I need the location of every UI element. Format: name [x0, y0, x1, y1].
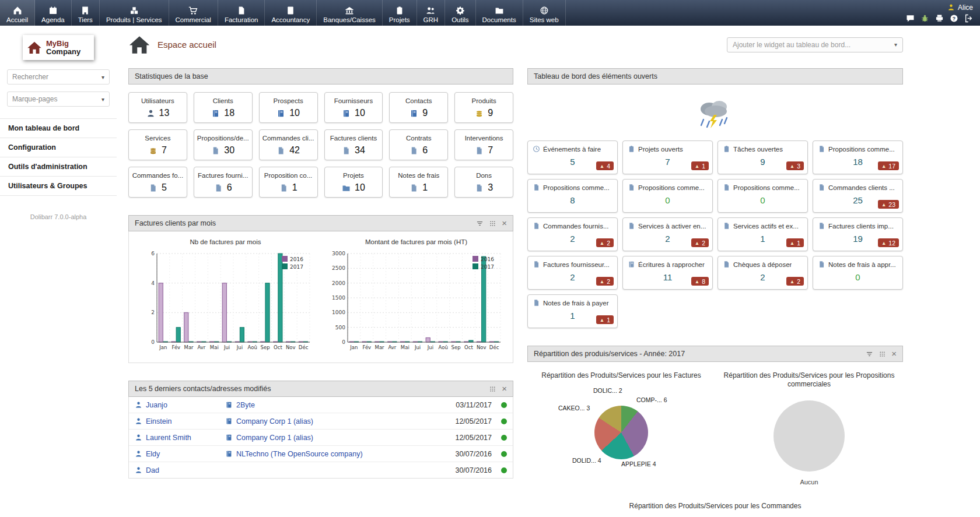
open-count[interactable]: 0 — [723, 195, 803, 205]
contact-name-link[interactable]: Eldy — [146, 450, 160, 458]
dashboard-card-services-actifs-et-ex-10[interactable]: Services actifs et ex...1▲1 — [718, 217, 808, 251]
nav-tab-commercial[interactable]: Commercial — [169, 0, 218, 26]
dashboard-card-notes-de-frais-a-payer-16[interactable]: Notes de frais à payer1▲1 — [527, 294, 618, 328]
logged-user[interactable]: Alice — [947, 3, 973, 12]
nav-tab-grh[interactable]: GRH — [417, 0, 446, 26]
bank-icon — [345, 6, 354, 15]
nav-tab-tiers[interactable]: Tiers — [72, 0, 100, 26]
stat-box-utilisateurs[interactable]: Utilisateurs13 — [128, 92, 187, 123]
contact-company-link[interactable]: Company Corp 1 (alias) — [236, 434, 313, 442]
contact-name-link[interactable]: Dad — [146, 466, 159, 474]
person-icon — [135, 417, 142, 425]
logged-user-name: Alice — [958, 3, 973, 12]
dashboard-card-propositions-comme-3[interactable]: Propositions comme...18▲17 — [813, 140, 903, 174]
chat-icon[interactable] — [906, 14, 915, 23]
sidebar-item-outils-d-administration[interactable]: Outils d'administration — [0, 157, 117, 176]
person-icon — [135, 434, 142, 441]
close-icon[interactable]: × — [502, 220, 507, 227]
search-input[interactable]: Rechercher ▾ — [7, 69, 110, 85]
stat-box-dons[interactable]: Dons3 — [454, 167, 513, 198]
close-icon[interactable]: × — [502, 385, 507, 393]
dashboard-card-ecritures-a-rapprocher-13[interactable]: Écritures à rapprocher11▲8 — [622, 256, 713, 290]
stat-box-prospects[interactable]: Prospects10 — [259, 92, 318, 123]
stat-box-contrats[interactable]: Contrats6 — [389, 129, 448, 160]
bug-icon[interactable] — [921, 14, 929, 23]
dashboard-card-services-a-activer-en-9[interactable]: Services à activer en...2▲2 — [622, 217, 713, 251]
contact-name-link[interactable]: Einstein — [146, 417, 172, 425]
stat-box-services[interactable]: Services7 — [128, 129, 187, 160]
stat-box-factures-clients[interactable]: Factures clients34 — [324, 129, 383, 160]
dashboard-card-propositions-comme-4[interactable]: Propositions comme...8 — [527, 179, 618, 213]
stat-box-produits[interactable]: Produits9 — [454, 92, 513, 123]
empty-pie-label: Aucun — [800, 479, 818, 486]
dashboard-card-notes-de-frais-a-appr-15[interactable]: Notes de frais à appr...0 — [813, 256, 903, 290]
contact-name-link[interactable]: Juanjo — [146, 401, 167, 409]
dashboard-card-commandes-clients-7[interactable]: Commandes clients ...25▲23 — [813, 179, 903, 213]
nav-tab-facturation[interactable]: Facturation — [218, 0, 265, 26]
invoices-count-chart: Nb de factures par mois 0246JanFévMarAvr… — [136, 238, 316, 359]
empty-pie — [774, 400, 845, 472]
dashboard-card-commandes-fournis-8[interactable]: Commandes fournis...2▲2 — [527, 217, 618, 251]
dashboard-card-factures-fournisseur-12[interactable]: Factures fournisseur...2▲2 — [527, 256, 618, 290]
svg-text:Mai: Mai — [209, 344, 218, 350]
dashboard-card-projets-ouverts-1[interactable]: Projets ouverts7▲1 — [622, 140, 713, 174]
stat-box-proposition-co[interactable]: Proposition co...1 — [259, 167, 318, 198]
svg-text:Mar: Mar — [184, 344, 194, 350]
stat-box-commandes-cli[interactable]: Commandes cli...42 — [259, 129, 318, 160]
stat-box-interventions[interactable]: Interventions7 — [454, 129, 513, 160]
dashboard-card-cheques-a-deposer-14[interactable]: Chèques à déposer2▲2 — [718, 256, 808, 290]
stat-box-contacts[interactable]: Contacts9 — [389, 92, 448, 123]
stat-box-clients[interactable]: Clients18 — [194, 92, 253, 123]
add-widget-dropdown[interactable]: Ajouter le widget au tableau de bord... … — [727, 37, 903, 52]
open-count[interactable]: 0 — [628, 195, 708, 205]
stat-box-factures-fourni[interactable]: Factures fourni...6 — [194, 167, 253, 198]
stat-box-projets[interactable]: Projets10 — [324, 167, 383, 198]
stat-box-notes-de-frais[interactable]: Notes de frais1 — [389, 167, 448, 198]
dashboard-card-taches-ouvertes-2[interactable]: Tâches ouvertes9▲3 — [718, 140, 808, 174]
drag-handle-icon[interactable] — [878, 350, 886, 358]
doc-icon — [818, 184, 825, 191]
dashboard-card-evenements-a-faire-0[interactable]: Événements à faire5▲4 — [527, 140, 618, 174]
late-badge: ▲1 — [786, 238, 804, 247]
nav-tab-agenda[interactable]: Agenda — [35, 0, 72, 26]
dashboard-card-propositions-comme-5[interactable]: Propositions comme...0 — [622, 179, 713, 213]
svg-text:Jui: Jui — [236, 344, 242, 350]
nav-tab-documents[interactable]: Documents — [476, 0, 523, 26]
filter-icon[interactable] — [866, 350, 873, 358]
proposals-pie-chart: Répartition des Produits/Services pour l… — [715, 371, 903, 486]
sidebar-item-mon-tableau-de-bord[interactable]: Mon tableau de bord — [0, 118, 117, 138]
nav-tab-banques-caisses[interactable]: Banques/Caisses — [317, 0, 383, 26]
bookmarks-dropdown[interactable]: Marque-pages ▾ — [7, 92, 110, 107]
nav-tab-produits-services[interactable]: Produits | Services — [100, 0, 169, 26]
warning-icon: ▲ — [600, 240, 604, 246]
close-icon[interactable]: × — [891, 350, 897, 358]
stat-box-fournisseurs[interactable]: Fournisseurs10 — [324, 92, 383, 123]
open-count[interactable]: 0 — [818, 272, 898, 282]
nav-tab-projets[interactable]: Projets — [383, 0, 417, 26]
dashboard-card-factures-clients-imp-11[interactable]: Factures clients imp...19▲12 — [813, 217, 903, 251]
contact-company-link[interactable]: Company Corp 1 (alias) — [236, 417, 313, 425]
contact-company-link[interactable]: NLTechno (The OpenSource company) — [236, 450, 363, 458]
dashboard-card-propositions-comme-6[interactable]: Propositions comme...0 — [718, 179, 808, 213]
open-count[interactable]: 8 — [533, 195, 612, 205]
stats-widget: Statistiques de la base Utilisateurs13Cl… — [128, 68, 513, 198]
help-icon[interactable]: ? — [950, 14, 958, 23]
contact-company-link[interactable]: 2Byte — [236, 401, 255, 409]
nav-tab-outils[interactable]: Outils — [445, 0, 475, 26]
contact-modified-date: 30/07/2016 — [446, 466, 492, 474]
nav-tab-sites-web[interactable]: Sites web — [523, 0, 566, 26]
contact-name-link[interactable]: Laurent Smith — [146, 434, 191, 442]
print-icon[interactable] — [935, 14, 944, 23]
filter-icon[interactable] — [476, 220, 484, 227]
stat-box-propositions-de[interactable]: Propositions/de...30 — [194, 129, 253, 160]
company-logo[interactable]: MyBig Company — [23, 35, 94, 60]
nav-tab-accountancy[interactable]: Accountancy — [265, 0, 317, 26]
drag-handle-icon[interactable] — [489, 385, 496, 393]
logout-icon[interactable] — [964, 14, 973, 23]
sidebar-item-utilisateurs-groupes[interactable]: Utilisateurs & Groupes — [0, 176, 117, 196]
nav-tab-accueil[interactable]: Accueil — [0, 0, 35, 26]
drag-handle-icon[interactable] — [489, 220, 496, 227]
warning-icon: ▲ — [695, 163, 699, 169]
stat-box-commandes-fo[interactable]: Commandes fo...5 — [128, 167, 187, 198]
sidebar-item-configuration[interactable]: Configuration — [0, 138, 117, 157]
